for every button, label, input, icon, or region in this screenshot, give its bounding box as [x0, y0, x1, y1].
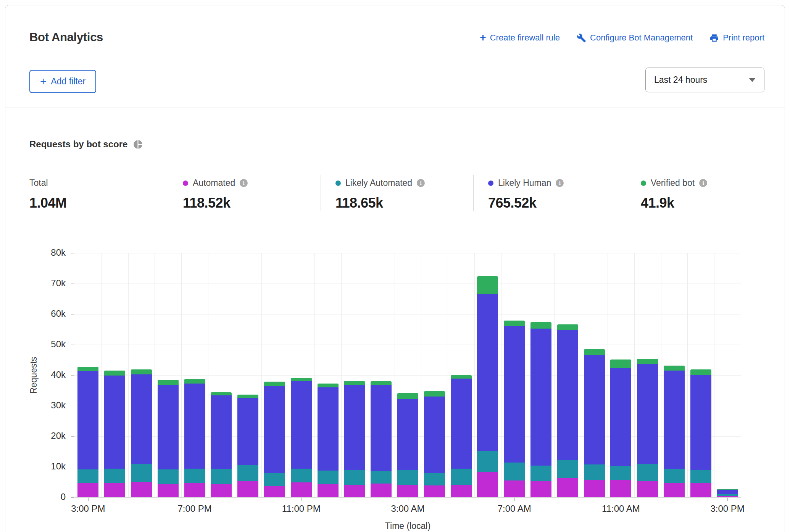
info-icon[interactable]: i	[240, 179, 248, 187]
bar-segment-verified-bot[interactable]	[424, 391, 445, 397]
bar-segment-verified-bot[interactable]	[371, 381, 392, 385]
bar-segment-likely-automated[interactable]	[530, 466, 551, 482]
bar-segment-automated[interactable]	[557, 478, 578, 497]
bar-segment-likely-human[interactable]	[504, 326, 525, 463]
bar-segment-verified-bot[interactable]	[158, 380, 179, 385]
bar-segment-likely-human[interactable]	[451, 379, 472, 469]
bar-segment-automated[interactable]	[131, 482, 152, 497]
bar-segment-likely-automated[interactable]	[158, 469, 179, 484]
bar-segment-automated[interactable]	[717, 496, 738, 497]
bar-segment-automated[interactable]	[690, 483, 711, 497]
bar-segment-automated[interactable]	[291, 482, 312, 497]
bar-segment-automated[interactable]	[318, 484, 339, 497]
bar-segment-automated[interactable]	[504, 480, 525, 497]
bar-segment-verified-bot[interactable]	[477, 276, 498, 294]
bar-segment-likely-human[interactable]	[211, 395, 232, 469]
bar-segment-verified-bot[interactable]	[451, 375, 472, 379]
bar-segment-likely-automated[interactable]	[131, 464, 152, 482]
bar-segment-likely-automated[interactable]	[424, 473, 445, 485]
bar-segment-likely-automated[interactable]	[211, 469, 232, 484]
bar-segment-verified-bot[interactable]	[237, 395, 258, 398]
bar-segment-verified-bot[interactable]	[637, 359, 658, 364]
bar-segment-verified-bot[interactable]	[397, 393, 418, 398]
bar-segment-likely-human[interactable]	[424, 397, 445, 473]
bar-segment-likely-automated[interactable]	[318, 471, 339, 484]
bar-segment-automated[interactable]	[637, 481, 658, 497]
bar-segment-automated[interactable]	[211, 484, 232, 497]
bar-segment-likely-human[interactable]	[264, 386, 285, 473]
info-icon[interactable]: i	[699, 179, 707, 187]
bar-segment-verified-bot[interactable]	[690, 369, 711, 375]
bar-segment-likely-automated[interactable]	[637, 464, 658, 481]
bar-segment-verified-bot[interactable]	[557, 324, 578, 330]
bar-segment-automated[interactable]	[664, 483, 685, 497]
bar-segment-verified-bot[interactable]	[504, 321, 525, 326]
bar-segment-likely-human[interactable]	[291, 381, 312, 469]
bar-segment-verified-bot[interactable]	[664, 366, 685, 371]
bar-segment-verified-bot[interactable]	[530, 322, 551, 329]
info-icon[interactable]: i	[417, 179, 425, 187]
bar-segment-likely-automated[interactable]	[291, 469, 312, 482]
bar-segment-likely-automated[interactable]	[584, 464, 605, 480]
bar-segment-likely-human[interactable]	[664, 371, 685, 469]
bar-segment-likely-human[interactable]	[371, 385, 392, 471]
bar-segment-likely-automated[interactable]	[664, 469, 685, 482]
bar-segment-likely-human[interactable]	[318, 387, 339, 471]
bar-segment-automated[interactable]	[184, 483, 205, 497]
bar-segment-automated[interactable]	[371, 484, 392, 497]
bar-segment-likely-human[interactable]	[584, 355, 605, 464]
bar-segment-verified-bot[interactable]	[717, 489, 738, 490]
bar-segment-automated[interactable]	[451, 485, 472, 497]
configure-bot-management-link[interactable]: Configure Bot Management	[577, 33, 693, 43]
create-firewall-rule-link[interactable]: +Create firewall rule	[480, 33, 560, 43]
bar-segment-verified-bot[interactable]	[104, 371, 125, 376]
bar-segment-likely-human[interactable]	[77, 371, 98, 469]
info-icon[interactable]: i	[556, 179, 564, 187]
bar-segment-automated[interactable]	[584, 480, 605, 497]
bar-segment-verified-bot[interactable]	[344, 381, 365, 385]
bar-segment-likely-human[interactable]	[397, 399, 418, 470]
bar-segment-automated[interactable]	[237, 481, 258, 497]
bar-segment-likely-human[interactable]	[557, 330, 578, 460]
bar-segment-automated[interactable]	[477, 472, 498, 497]
bar-segment-automated[interactable]	[77, 483, 98, 497]
bar-segment-likely-automated[interactable]	[451, 469, 472, 485]
bar-segment-likely-automated[interactable]	[104, 469, 125, 483]
bar-segment-likely-automated[interactable]	[371, 471, 392, 484]
bar-segment-verified-bot[interactable]	[264, 382, 285, 386]
bar-segment-likely-human[interactable]	[717, 490, 738, 494]
bar-segment-likely-automated[interactable]	[237, 465, 258, 481]
time-range-select[interactable]: Last 24 hours	[645, 68, 764, 92]
bar-segment-likely-human[interactable]	[530, 329, 551, 466]
bar-segment-likely-human[interactable]	[477, 294, 498, 451]
bar-segment-likely-automated[interactable]	[477, 451, 498, 472]
bar-segment-verified-bot[interactable]	[184, 379, 205, 384]
bar-segment-automated[interactable]	[344, 485, 365, 497]
bar-segment-automated[interactable]	[530, 481, 551, 497]
bar-segment-likely-human[interactable]	[158, 385, 179, 469]
bar-segment-verified-bot[interactable]	[610, 360, 631, 368]
bar-segment-likely-automated[interactable]	[717, 494, 738, 496]
bar-segment-likely-human[interactable]	[237, 398, 258, 465]
bar-segment-likely-automated[interactable]	[184, 469, 205, 483]
bar-segment-likely-human[interactable]	[610, 368, 631, 466]
bar-segment-likely-human[interactable]	[344, 385, 365, 470]
bar-segment-automated[interactable]	[104, 483, 125, 497]
bar-segment-likely-automated[interactable]	[397, 470, 418, 485]
bar-segment-likely-human[interactable]	[104, 376, 125, 469]
bar-segment-verified-bot[interactable]	[291, 378, 312, 381]
bar-segment-likely-automated[interactable]	[504, 463, 525, 480]
bar-segment-automated[interactable]	[397, 485, 418, 497]
bar-segment-likely-human[interactable]	[637, 364, 658, 464]
bar-segment-verified-bot[interactable]	[318, 384, 339, 387]
bar-segment-automated[interactable]	[424, 485, 445, 497]
bar-segment-likely-automated[interactable]	[610, 466, 631, 480]
add-filter-button[interactable]: + Add filter	[29, 70, 96, 93]
bar-segment-automated[interactable]	[158, 484, 179, 497]
bar-segment-likely-automated[interactable]	[557, 460, 578, 478]
bar-segment-verified-bot[interactable]	[131, 369, 152, 374]
bar-segment-likely-human[interactable]	[184, 384, 205, 469]
bar-segment-likely-automated[interactable]	[264, 473, 285, 486]
print-report-link[interactable]: Print report	[709, 33, 764, 43]
bar-segment-likely-automated[interactable]	[690, 470, 711, 483]
